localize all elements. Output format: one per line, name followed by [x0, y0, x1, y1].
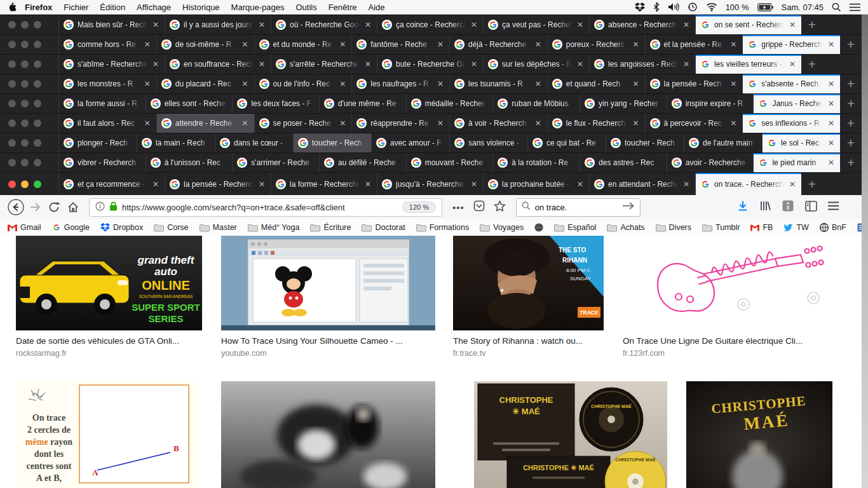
- tab-le-flux-recherch[interactable]: le flux - Recherch✕: [547, 114, 645, 133]
- apple-icon[interactable]: [8, 2, 17, 12]
- tab-close-icon[interactable]: ✕: [534, 39, 543, 50]
- tab-les-monstres-r[interactable]: les monstres - R✕: [58, 74, 156, 93]
- bluetooth-icon[interactable]: [653, 2, 660, 12]
- tab-close-icon[interactable]: ✕: [827, 39, 836, 50]
- new-tab-button[interactable]: +: [840, 35, 862, 54]
- tab-d-j-recherche[interactable]: déjà - Recherche✕: [449, 35, 547, 54]
- bookmark-divers[interactable]: Divers: [656, 223, 691, 232]
- zoom-window-button[interactable]: [34, 80, 41, 88]
- tab-dans-le-c-ur[interactable]: dans le cœur -: [215, 133, 293, 152]
- result-title[interactable]: On Trace Une Ligne De Guitare électrique…: [623, 336, 832, 346]
- tab-close-icon[interactable]: ✕: [257, 179, 266, 189]
- bookmark-corse[interactable]: Corse: [154, 223, 188, 232]
- result-title[interactable]: How To Trace Using Your Silhouette Cameo…: [221, 336, 435, 346]
- tab-plonger-rech[interactable]: plonger - Rech: [58, 133, 137, 152]
- new-tab-button[interactable]: +: [840, 94, 862, 113]
- tab-et-du-monde-re[interactable]: et du monde - Re✕: [254, 35, 352, 54]
- tab-les-naufrages-r[interactable]: les naufrages - R✕: [351, 74, 449, 93]
- result-thumbnail-math[interactable]: On trace2 cercles demême rayondont lesce…: [16, 381, 200, 488]
- tab-close-icon[interactable]: ✕: [436, 118, 445, 128]
- tab-close-icon[interactable]: ✕: [827, 118, 836, 128]
- hamburger-menu-icon[interactable]: [828, 201, 839, 213]
- dropbox-menu-icon[interactable]: [635, 3, 645, 12]
- url-text[interactable]: https://www.google.com/search?q=on+trace…: [122, 203, 398, 212]
- bookmark-formations[interactable]: Formations: [416, 223, 470, 232]
- forward-button[interactable]: [25, 198, 44, 217]
- tab-close-icon[interactable]: ✕: [576, 179, 585, 189]
- close-window-button[interactable]: [8, 80, 16, 88]
- tab-close-icon[interactable]: ✕: [338, 79, 347, 89]
- close-window-button[interactable]: [8, 100, 16, 107]
- result-thumbnail-rihanna[interactable]: THE STO RIHANN 8:00 PM C SUNDAY TRACE: [453, 236, 604, 330]
- url-bar[interactable]: https://www.google.com/search?q=on+trace…: [89, 198, 442, 217]
- tab-sur-les-d-p-ches-r[interactable]: sur les dépêches - R✕: [483, 55, 589, 74]
- tab-close-icon[interactable]: ✕: [240, 118, 249, 128]
- menubar-item-outils[interactable]: Outils: [290, 3, 322, 12]
- tab-close-icon[interactable]: ✕: [338, 39, 347, 50]
- tab-on-se-sent-recherch[interactable]: on se sent - Recherch✕: [695, 15, 801, 34]
- bookmark-dropbox[interactable]: Dropbox: [100, 223, 143, 232]
- tab-close-icon[interactable]: ✕: [788, 179, 797, 189]
- tab-close-icon[interactable]: ✕: [788, 20, 797, 30]
- tab-comme-hors-re[interactable]: comme hors - Re✕: [58, 35, 156, 54]
- search-bar[interactable]: on trace.: [516, 198, 641, 217]
- menubar-item-dition[interactable]: Édition: [94, 3, 131, 12]
- tab-la-pens-e-rech[interactable]: la pensée - Rech✕: [645, 74, 743, 93]
- tab-ruban-de-m-bius[interactable]: ruban de Möbius: [492, 94, 580, 113]
- tab-au-d-fil-reche[interactable]: au défilé - Reche: [319, 153, 406, 172]
- result-thumbnail-guitar[interactable]: [623, 236, 832, 330]
- tab-il-y-a-aussi-des-jours[interactable]: il y a aussi des jours -✕: [165, 15, 271, 34]
- tab-vibrer-recherch[interactable]: vibrer - Recherch: [58, 153, 146, 172]
- ssl-lock-icon[interactable]: [109, 201, 118, 214]
- tab-avoir-recherche[interactable]: avoir - Recherche: [667, 153, 754, 172]
- battery-icon[interactable]: [757, 3, 773, 11]
- new-tab-button[interactable]: +: [801, 55, 823, 74]
- bookmark-tumblr[interactable]: Tumblr: [702, 223, 740, 232]
- zoom-window-button[interactable]: [34, 180, 41, 188]
- minimize-window-button[interactable]: [21, 60, 29, 68]
- tab-s-ab-me-recherche[interactable]: s'abîme - Recherche✕: [58, 55, 165, 74]
- minimize-window-button[interactable]: [21, 80, 29, 88]
- tab-la-forme-aussi-r[interactable]: la forme aussi - R: [58, 94, 146, 113]
- zoom-window-button[interactable]: [34, 21, 41, 29]
- tab-r-apprendre-re[interactable]: réapprendre - Re✕: [351, 114, 449, 133]
- new-tab-button[interactable]: +: [840, 114, 862, 133]
- tab-close-icon[interactable]: ✕: [151, 179, 160, 189]
- tab-jusqu-recherche[interactable]: jusqu'à - Recherche (✕: [377, 173, 483, 195]
- tab-il-faut-alors-rec[interactable]: il faut alors - Rec✕: [58, 114, 156, 133]
- close-window-button[interactable]: [8, 41, 16, 48]
- tab-m-daille-recher[interactable]: médaille - Recher: [406, 94, 493, 113]
- tab-close-icon[interactable]: ✕: [534, 79, 543, 89]
- zoom-window-button[interactable]: [34, 60, 41, 68]
- tab-poreux-recherc[interactable]: poreux - Recherc✕: [547, 35, 645, 54]
- tab-close-icon[interactable]: ✕: [257, 59, 266, 69]
- tab-close-icon[interactable]: ✕: [436, 79, 445, 89]
- downloads-icon[interactable]: [737, 200, 749, 214]
- result-title[interactable]: The Story of Rihanna : watch ou...: [453, 336, 604, 346]
- minimize-window-button[interactable]: [21, 41, 29, 48]
- volume-icon[interactable]: [668, 3, 679, 11]
- tab-close-icon[interactable]: ✕: [827, 158, 836, 168]
- zoom-window-button[interactable]: [34, 100, 41, 107]
- tab-close-icon[interactable]: ✕: [631, 39, 640, 50]
- tab-s-arr-te-recherche[interactable]: s'arrête - Recherche✕: [271, 55, 377, 74]
- tab-on-trace-recherche[interactable]: on trace. - Recherche✕: [695, 173, 801, 195]
- tab-d-une-m-me-re[interactable]: d'une même - Re: [319, 94, 406, 113]
- tab-elles-sont-reche[interactable]: elles sont - Reche: [146, 94, 233, 113]
- tab-voir-recherch[interactable]: à voir - Recherch✕: [449, 114, 547, 133]
- tab-la-forme-recherche[interactable]: la forme - Recherche✕: [271, 173, 377, 195]
- tab-close-icon[interactable]: ✕: [143, 79, 152, 89]
- tab-close-icon[interactable]: ✕: [151, 20, 160, 30]
- tab-close-icon[interactable]: ✕: [576, 20, 585, 30]
- result-thumbnail-gta[interactable]: grand theft auto ONLINE SOUTHERN SAN AND…: [16, 236, 202, 330]
- result-thumbnail-cameo[interactable]: [221, 236, 435, 330]
- tab-close-icon[interactable]: ✕: [827, 138, 836, 148]
- close-window-button[interactable]: [8, 21, 16, 29]
- notification-center-icon[interactable]: [850, 3, 860, 11]
- tab-close-icon[interactable]: ✕: [470, 59, 478, 69]
- close-window-button[interactable]: [8, 180, 16, 188]
- tab-de-l-autre-main[interactable]: de l'autre main: [684, 133, 762, 152]
- tab-avec-amour-f[interactable]: avec amour - F: [371, 133, 449, 152]
- tab-a-veut-pas-recher[interactable]: ça veut pas - Recher✕: [483, 15, 589, 34]
- minimize-window-button[interactable]: [21, 180, 29, 188]
